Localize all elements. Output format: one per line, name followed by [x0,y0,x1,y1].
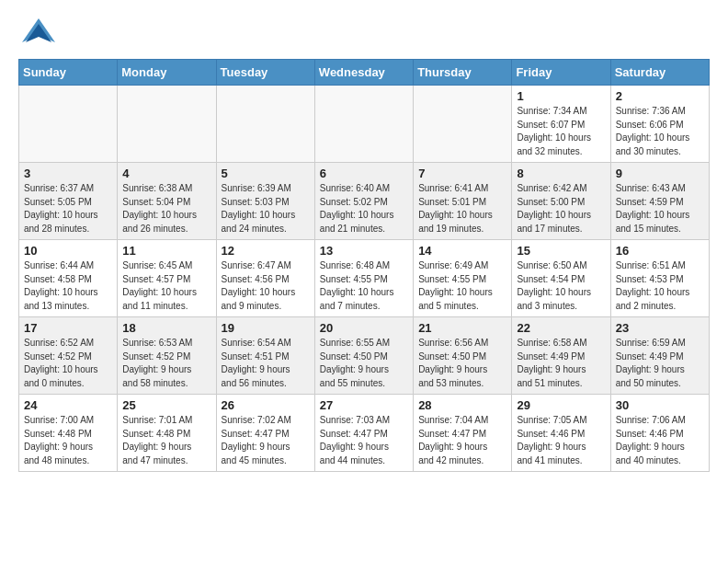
calendar-table: SundayMondayTuesdayWednesdayThursdayFrid… [18,59,710,472]
day-info: Sunrise: 6:49 AMSunset: 4:55 PMDaylight:… [418,259,506,313]
day-number: 14 [418,244,506,258]
calendar-cell: 19Sunrise: 6:54 AMSunset: 4:51 PMDayligh… [216,317,314,395]
calendar-cell: 8Sunrise: 6:42 AMSunset: 5:00 PMDaylight… [512,163,610,240]
weekday-header: Thursday [414,60,512,86]
day-number: 12 [222,244,310,258]
day-number: 28 [418,398,506,412]
calendar-cell: 3Sunrise: 6:37 AMSunset: 5:05 PMDaylight… [19,163,118,240]
calendar-row: 3Sunrise: 6:37 AMSunset: 5:05 PMDaylight… [19,163,710,240]
calendar-row: 1Sunrise: 7:34 AMSunset: 6:07 PMDaylight… [19,86,710,163]
day-info: Sunrise: 7:34 AMSunset: 6:07 PMDaylight:… [517,105,605,158]
day-info: Sunrise: 6:55 AMSunset: 4:50 PMDaylight:… [320,337,408,390]
day-info: Sunrise: 7:05 AMSunset: 4:46 PMDaylight:… [517,414,605,467]
day-info: Sunrise: 6:38 AMSunset: 5:04 PMDaylight:… [122,182,210,236]
day-number: 17 [24,321,112,335]
day-number: 8 [517,167,605,180]
day-number: 25 [122,398,210,412]
day-info: Sunrise: 6:47 AMSunset: 4:56 PMDaylight:… [222,259,310,313]
calendar-cell: 28Sunrise: 7:04 AMSunset: 4:47 PMDayligh… [414,395,512,472]
calendar-cell: 4Sunrise: 6:38 AMSunset: 5:04 PMDaylight… [118,163,216,240]
weekday-header: Sunday [19,60,118,86]
calendar-cell: 27Sunrise: 7:03 AMSunset: 4:47 PMDayligh… [314,395,413,472]
day-info: Sunrise: 6:42 AMSunset: 5:00 PMDaylight:… [517,182,605,236]
day-number: 13 [320,244,408,258]
day-info: Sunrise: 6:43 AMSunset: 4:59 PMDaylight:… [616,182,704,236]
calendar-cell: 29Sunrise: 7:05 AMSunset: 4:46 PMDayligh… [512,395,610,472]
header [18,15,710,50]
day-number: 6 [320,167,408,180]
calendar-cell: 16Sunrise: 6:51 AMSunset: 4:53 PMDayligh… [610,240,709,317]
day-info: Sunrise: 6:53 AMSunset: 4:52 PMDaylight:… [122,337,210,390]
day-number: 27 [320,398,408,412]
day-info: Sunrise: 6:45 AMSunset: 4:57 PMDaylight:… [122,259,210,313]
day-number: 4 [122,167,210,180]
day-info: Sunrise: 7:04 AMSunset: 4:47 PMDaylight:… [418,414,506,467]
calendar-cell: 1Sunrise: 7:34 AMSunset: 6:07 PMDaylight… [512,86,610,163]
day-info: Sunrise: 7:06 AMSunset: 4:46 PMDaylight:… [616,414,704,467]
calendar-cell: 20Sunrise: 6:55 AMSunset: 4:50 PMDayligh… [314,317,413,395]
calendar-cell: 2Sunrise: 7:36 AMSunset: 6:06 PMDaylight… [610,86,709,163]
day-number: 30 [616,398,704,412]
day-number: 21 [418,321,506,335]
calendar-cell: 21Sunrise: 6:56 AMSunset: 4:50 PMDayligh… [414,317,512,395]
calendar-cell: 5Sunrise: 6:39 AMSunset: 5:03 PMDaylight… [216,163,314,240]
day-number: 5 [222,167,310,180]
weekday-header: Tuesday [216,60,314,86]
day-info: Sunrise: 6:51 AMSunset: 4:53 PMDaylight:… [616,259,704,313]
calendar-cell: 11Sunrise: 6:45 AMSunset: 4:57 PMDayligh… [118,240,216,317]
calendar-cell: 13Sunrise: 6:48 AMSunset: 4:55 PMDayligh… [314,240,413,317]
day-info: Sunrise: 6:56 AMSunset: 4:50 PMDaylight:… [418,337,506,390]
calendar-cell [314,86,413,163]
weekday-header: Saturday [610,60,709,86]
calendar-cell: 23Sunrise: 6:59 AMSunset: 4:49 PMDayligh… [610,317,709,395]
day-info: Sunrise: 6:37 AMSunset: 5:05 PMDaylight:… [24,182,112,236]
day-info: Sunrise: 6:48 AMSunset: 4:55 PMDaylight:… [320,259,408,313]
day-info: Sunrise: 7:02 AMSunset: 4:47 PMDaylight:… [222,414,310,467]
page: SundayMondayTuesdayWednesdayThursdayFrid… [0,0,728,487]
calendar-row: 24Sunrise: 7:00 AMSunset: 4:48 PMDayligh… [19,395,710,472]
day-info: Sunrise: 6:50 AMSunset: 4:54 PMDaylight:… [517,259,605,313]
day-info: Sunrise: 6:59 AMSunset: 4:49 PMDaylight:… [616,337,704,390]
calendar-cell: 18Sunrise: 6:53 AMSunset: 4:52 PMDayligh… [118,317,216,395]
day-number: 20 [320,321,408,335]
calendar-header-row: SundayMondayTuesdayWednesdayThursdayFrid… [19,60,710,86]
calendar-cell: 14Sunrise: 6:49 AMSunset: 4:55 PMDayligh… [414,240,512,317]
day-info: Sunrise: 6:58 AMSunset: 4:49 PMDaylight:… [517,337,605,390]
day-number: 24 [24,398,112,412]
day-number: 10 [24,244,112,258]
logo-icon [18,15,59,50]
calendar-cell: 30Sunrise: 7:06 AMSunset: 4:46 PMDayligh… [610,395,709,472]
calendar-cell: 15Sunrise: 6:50 AMSunset: 4:54 PMDayligh… [512,240,610,317]
calendar-cell: 24Sunrise: 7:00 AMSunset: 4:48 PMDayligh… [19,395,118,472]
day-number: 2 [616,89,704,103]
day-info: Sunrise: 7:36 AMSunset: 6:06 PMDaylight:… [616,105,704,158]
day-number: 1 [517,89,605,103]
day-number: 18 [122,321,210,335]
day-number: 29 [517,398,605,412]
weekday-header: Wednesday [314,60,413,86]
day-info: Sunrise: 6:44 AMSunset: 4:58 PMDaylight:… [24,259,112,313]
day-number: 11 [122,244,210,258]
calendar-cell: 9Sunrise: 6:43 AMSunset: 4:59 PMDaylight… [610,163,709,240]
day-info: Sunrise: 6:39 AMSunset: 5:03 PMDaylight:… [222,182,310,236]
calendar-cell: 10Sunrise: 6:44 AMSunset: 4:58 PMDayligh… [19,240,118,317]
calendar-cell: 12Sunrise: 6:47 AMSunset: 4:56 PMDayligh… [216,240,314,317]
calendar-cell [118,86,216,163]
day-number: 9 [616,167,704,180]
calendar-cell: 25Sunrise: 7:01 AMSunset: 4:48 PMDayligh… [118,395,216,472]
day-info: Sunrise: 7:03 AMSunset: 4:47 PMDaylight:… [320,414,408,467]
day-info: Sunrise: 6:41 AMSunset: 5:01 PMDaylight:… [418,182,506,236]
calendar-row: 10Sunrise: 6:44 AMSunset: 4:58 PMDayligh… [19,240,710,317]
day-number: 22 [517,321,605,335]
logo [18,15,63,50]
weekday-header: Friday [512,60,610,86]
calendar-cell: 26Sunrise: 7:02 AMSunset: 4:47 PMDayligh… [216,395,314,472]
day-number: 26 [222,398,310,412]
calendar-cell [414,86,512,163]
day-info: Sunrise: 6:54 AMSunset: 4:51 PMDaylight:… [222,337,310,390]
calendar-cell: 17Sunrise: 6:52 AMSunset: 4:52 PMDayligh… [19,317,118,395]
calendar-cell: 6Sunrise: 6:40 AMSunset: 5:02 PMDaylight… [314,163,413,240]
day-info: Sunrise: 7:01 AMSunset: 4:48 PMDaylight:… [122,414,210,467]
day-number: 19 [222,321,310,335]
day-info: Sunrise: 6:52 AMSunset: 4:52 PMDaylight:… [24,337,112,390]
